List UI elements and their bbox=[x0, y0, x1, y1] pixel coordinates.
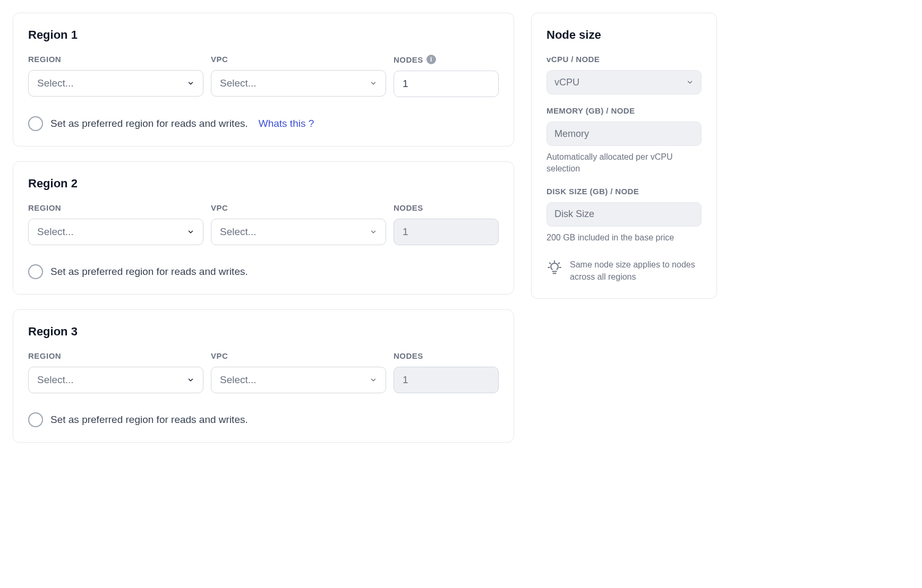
nodes-input[interactable]: 1 bbox=[394, 71, 499, 97]
region-card-2: Region 2 REGION Select... VPC Select... bbox=[13, 161, 514, 295]
nodes-label: NODES i bbox=[394, 55, 499, 64]
vpc-select-placeholder: Select... bbox=[220, 374, 257, 386]
nodes-label: NODES bbox=[394, 203, 499, 212]
node-size-title: Node size bbox=[547, 28, 702, 42]
region-select-placeholder: Select... bbox=[37, 77, 74, 89]
vpc-select-placeholder: Select... bbox=[220, 226, 257, 238]
region-label: REGION bbox=[28, 351, 203, 360]
region-select-placeholder: Select... bbox=[37, 226, 74, 238]
region-title: Region 3 bbox=[28, 325, 499, 339]
nodes-label: NODES bbox=[394, 351, 499, 360]
disk-help-text: 200 GB included in the base price bbox=[547, 232, 702, 244]
chevron-down-icon bbox=[187, 228, 194, 236]
region-select[interactable]: Select... bbox=[28, 219, 203, 245]
region-select[interactable]: Select... bbox=[28, 70, 203, 97]
chevron-down-icon bbox=[370, 228, 377, 236]
preferred-region-label: Set as preferred region for reads and wr… bbox=[50, 414, 248, 426]
node-size-card: Node size vCPU / NODE vCPU MEMORY (GB) /… bbox=[531, 13, 717, 299]
vpc-label: VPC bbox=[211, 55, 386, 64]
vpc-select-placeholder: Select... bbox=[220, 77, 257, 89]
vpc-select[interactable]: Select... bbox=[211, 219, 386, 245]
lightbulb-icon bbox=[547, 260, 562, 275]
vcpu-label: vCPU / NODE bbox=[547, 55, 702, 64]
regions-column: Region 1 REGION Select... VPC Select... bbox=[13, 13, 514, 443]
memory-help-text: Automatically allocated per vCPU selecti… bbox=[547, 151, 702, 175]
chevron-down-icon bbox=[370, 80, 377, 87]
chevron-down-icon bbox=[686, 79, 694, 86]
disk-input: Disk Size bbox=[547, 202, 702, 227]
disk-label: DISK SIZE (GB) / NODE bbox=[547, 187, 702, 196]
nodes-input: 1 bbox=[394, 367, 499, 393]
chevron-down-icon bbox=[370, 376, 377, 384]
region-title: Region 1 bbox=[28, 28, 499, 42]
preferred-region-radio[interactable] bbox=[28, 264, 43, 279]
region-card-1: Region 1 REGION Select... VPC Select... bbox=[13, 13, 514, 146]
memory-input: Memory bbox=[547, 122, 702, 146]
preferred-region-radio[interactable] bbox=[28, 412, 43, 427]
whats-this-link[interactable]: Whats this ? bbox=[259, 118, 314, 129]
preferred-region-radio[interactable] bbox=[28, 116, 43, 131]
disk-placeholder: Disk Size bbox=[554, 209, 594, 220]
preferred-region-label: Set as preferred region for reads and wr… bbox=[50, 266, 248, 278]
nodes-input: 1 bbox=[394, 219, 499, 245]
region-select-placeholder: Select... bbox=[37, 374, 74, 386]
region-label: REGION bbox=[28, 55, 203, 64]
vpc-label: VPC bbox=[211, 203, 386, 212]
node-size-tip: Same node size applies to nodes across a… bbox=[570, 258, 702, 283]
region-card-3: Region 3 REGION Select... VPC Select... bbox=[13, 309, 514, 443]
region-label: REGION bbox=[28, 203, 203, 212]
preferred-region-label: Set as preferred region for reads and wr… bbox=[50, 118, 248, 129]
vpc-select[interactable]: Select... bbox=[211, 367, 386, 393]
region-select[interactable]: Select... bbox=[28, 367, 203, 393]
vcpu-placeholder: vCPU bbox=[554, 77, 579, 88]
memory-label: MEMORY (GB) / NODE bbox=[547, 106, 702, 115]
svg-line-2 bbox=[559, 263, 560, 264]
vpc-label: VPC bbox=[211, 351, 386, 360]
region-title: Region 2 bbox=[28, 177, 499, 191]
vpc-select[interactable]: Select... bbox=[211, 70, 386, 97]
memory-placeholder: Memory bbox=[554, 128, 589, 140]
vcpu-select[interactable]: vCPU bbox=[547, 70, 702, 94]
chevron-down-icon bbox=[187, 80, 194, 87]
svg-line-1 bbox=[550, 263, 551, 264]
chevron-down-icon bbox=[187, 376, 194, 384]
info-icon[interactable]: i bbox=[426, 55, 436, 64]
